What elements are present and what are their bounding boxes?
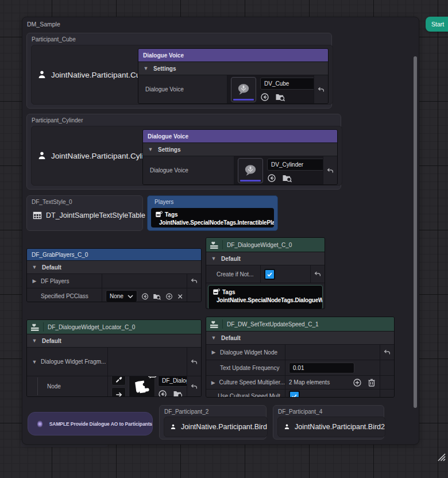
divider (43, 322, 44, 331)
node-header: Players (148, 196, 277, 205)
property-label: Culture Speed Multiplier... (219, 379, 285, 386)
use-cultural-checkbox[interactable] (289, 391, 300, 398)
property-label: Dialogue Widget Node (220, 349, 277, 356)
browse-to-asset-icon[interactable] (282, 174, 292, 183)
collapse-arrow-icon[interactable]: ▼ (211, 256, 217, 261)
voice-asset-combobox[interactable]: DV_Cylinder (267, 159, 323, 171)
panel-grab-players[interactable]: DF_GrabPlayers_C_0 ▼ Default ▶ DF Player… (26, 248, 202, 302)
reset-to-default-icon[interactable] (326, 167, 334, 175)
pcclass-combobox[interactable]: None (106, 290, 137, 302)
use-selected-asset-icon[interactable] (158, 390, 167, 397)
speech-bubble-mic-icon (236, 82, 251, 97)
expand-arrow-icon[interactable]: ▶ (211, 380, 215, 386)
node-caption: DF_TextStyle_0 (32, 199, 72, 205)
panel-header-row: DF_DW_SetTextUpdateSpeed_C_1 (206, 317, 394, 331)
graph-canvas[interactable]: DM_Sample Participant_Cube JointNative.P… (0, 0, 448, 478)
section-default[interactable]: ▼ Default (27, 260, 201, 273)
tag-value: JointNative.SpecialNodeTags.Interactible… (159, 219, 270, 226)
node-asset-thumbnail[interactable] (129, 376, 155, 396)
collapse-arrow-icon[interactable]: ▼ (32, 359, 37, 365)
node-asset-combobox[interactable]: DF_DialogueWi (158, 376, 187, 387)
clear-icon[interactable] (177, 292, 183, 300)
dialogue-voice-panel-cylinder[interactable]: Dialogue Voice ▼ Settings Dialogue Voice… (142, 129, 338, 185)
panel-header: Dialogue Voice (143, 130, 337, 142)
use-selected-asset-icon[interactable] (267, 174, 276, 183)
property-label: DF Players (41, 278, 69, 284)
section-settings[interactable]: ▼ Settings (138, 61, 328, 75)
node-label: SAMPLE Provide Dialogue AO to Participan… (49, 421, 152, 427)
section-default[interactable]: ▼ Default (27, 334, 201, 347)
reset-to-default-icon[interactable] (190, 358, 198, 366)
use-selected-asset-icon[interactable] (141, 292, 149, 301)
panel-dialogue-widget[interactable]: DF_DialogueWidget_C_0 ▼ Default Create i… (206, 237, 325, 309)
panel-set-text-speed[interactable]: DF_DW_SetTextUpdateSpeed_C_1 ▼ Default ▶… (206, 317, 395, 398)
start-button[interactable]: Start (426, 17, 448, 32)
node-caption: Participant_Cylinder (32, 117, 83, 124)
collapse-arrow-icon[interactable]: ▼ (148, 147, 153, 152)
divider (222, 240, 223, 249)
person-icon (170, 422, 176, 431)
node-caption: DF_Participant_2 (164, 408, 208, 415)
reset-to-default-icon[interactable] (314, 270, 322, 278)
gameplay-tag-box[interactable]: Tags JointNative.SpecialNodeTags.Interac… (151, 208, 274, 228)
resize-grip-icon[interactable] (437, 452, 446, 461)
node-participant-2[interactable]: DF_Participant_2 JointNative.Participant… (159, 405, 267, 440)
voice-asset-thumbnail[interactable] (231, 77, 256, 102)
section-settings[interactable]: ▼ Settings (143, 142, 337, 156)
collapse-arrow-icon[interactable]: ▼ (211, 335, 217, 341)
reset-to-default-icon[interactable] (383, 348, 391, 356)
node-players[interactable]: Players Tags JointNative.SpecialNodeTags… (147, 195, 278, 231)
panel-header-row: DF_DialogueWidget_C_0 (206, 238, 325, 252)
tag-value: JointNative.SpecialNodeTags.DialogueWidg… (217, 297, 318, 303)
browse-to-asset-icon[interactable] (153, 292, 161, 301)
create-if-checkbox[interactable] (264, 269, 275, 280)
frequency-input[interactable] (289, 363, 354, 373)
check-icon (267, 271, 273, 277)
expand-arrow-icon[interactable]: ▶ (32, 278, 37, 284)
trash-icon[interactable] (367, 378, 376, 387)
add-element-icon[interactable] (353, 378, 362, 387)
panel-title: DF_DW_SetTextUpdateSpeed_C_1 (227, 321, 319, 327)
browse-to-asset-icon[interactable] (173, 390, 183, 397)
browse-to-asset-icon[interactable] (275, 92, 285, 102)
widget-icon (210, 240, 219, 249)
graph-title: DM_Sample (27, 21, 60, 28)
pick-actor-button[interactable] (111, 376, 126, 386)
person-icon (37, 151, 47, 160)
use-selected-asset-icon[interactable] (260, 92, 269, 102)
add-icon[interactable] (165, 292, 173, 301)
panel-header-row: DF_DialogueWidget_Locator_C_0 (27, 320, 201, 334)
sparkle-icon (37, 420, 43, 428)
property-label: Create if Not... (217, 271, 253, 277)
node-participant-4[interactable]: DF_Participant_4 JointNative.Participant… (273, 405, 384, 440)
node-caption: Participant_Cube (32, 36, 76, 43)
voice-asset-combobox[interactable]: DV_Cube (260, 78, 314, 90)
collapse-arrow-icon[interactable]: ▼ (32, 264, 37, 270)
eyedropper-icon (115, 376, 123, 383)
panel-title: DF_DialogueWidget_C_0 (227, 242, 292, 248)
voice-asset-thumbnail[interactable] (238, 158, 263, 183)
dialogue-voice-panel-cube[interactable]: Dialogue Voice ▼ Settings Dialogue Voice… (138, 48, 329, 104)
panel-header: DF_GrabPlayers_C_0 (27, 249, 201, 260)
reset-to-default-icon[interactable] (317, 86, 325, 94)
expand-arrow-icon[interactable]: ▶ (211, 349, 217, 355)
section-default[interactable]: ▼ Default (206, 252, 325, 265)
panel-header: Dialogue Voice (138, 49, 328, 61)
section-default[interactable]: ▼ Default (206, 331, 394, 344)
vertical-scrollbar[interactable] (414, 56, 417, 408)
panel-widget-locator[interactable]: DF_DialogueWidget_Locator_C_0 ▼ Default … (26, 319, 202, 397)
property-label: Text Update Frequency (220, 365, 279, 371)
panel-title: DF_DialogueWidget_Locator_C_0 (48, 324, 135, 330)
select-in-graph-button[interactable] (111, 387, 126, 396)
person-icon (37, 70, 47, 79)
node-sample-provide-dialogue[interactable]: SAMPLE Provide Dialogue AO to Participan… (28, 412, 153, 435)
collapse-arrow-icon[interactable]: ▼ (32, 338, 37, 344)
arrow-right-icon (115, 391, 123, 397)
map-elements-count: 2 Map elements (289, 379, 330, 386)
data-table-icon (33, 211, 42, 220)
node-textstyle[interactable]: DF_TextStyle_0 DT_JointSampleTextStyleTa… (26, 195, 143, 231)
collapse-arrow-icon[interactable]: ▼ (143, 65, 149, 71)
gameplay-tag-box[interactable]: Tags JointNative.SpecialNodeTags.Dialogu… (208, 285, 323, 309)
reset-to-default-icon[interactable] (190, 277, 198, 285)
reset-to-default-icon[interactable] (190, 383, 198, 391)
